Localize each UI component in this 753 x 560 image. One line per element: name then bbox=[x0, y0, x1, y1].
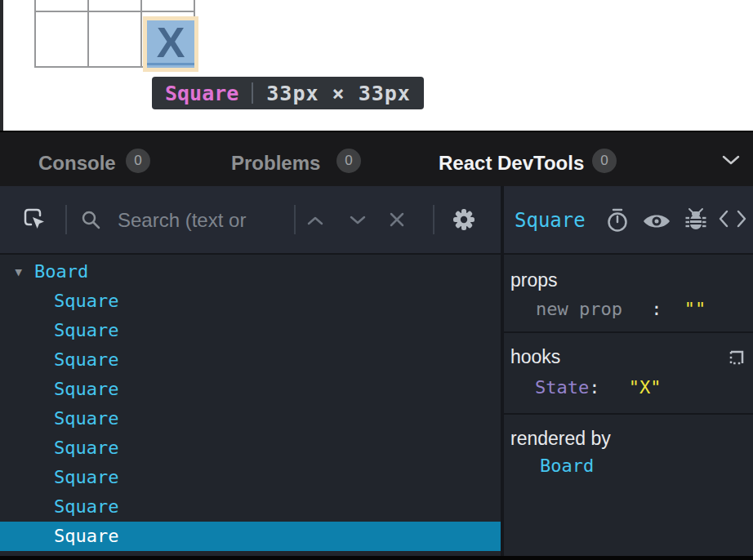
tree-row-label: Board bbox=[34, 261, 88, 282]
board-cell[interactable] bbox=[36, 0, 87, 11]
toolbar-divider bbox=[65, 205, 67, 234]
tab-problems[interactable]: Problems bbox=[231, 152, 320, 175]
board-cell[interactable] bbox=[142, 0, 194, 11]
section-divider bbox=[504, 413, 753, 415]
component-tree: ▾Board Square Square Square Square Squar… bbox=[0, 255, 501, 556]
rendered-by-section-title: rendered by bbox=[510, 428, 611, 450]
tree-row-square-selected[interactable]: Square bbox=[0, 522, 501, 551]
console-count-badge: 0 bbox=[126, 149, 150, 173]
new-prop-input[interactable]: new prop bbox=[536, 299, 622, 319]
problems-count-badge: 0 bbox=[336, 149, 361, 173]
tree-row-label: Square bbox=[54, 526, 118, 546]
tree-row-label: Square bbox=[54, 320, 118, 340]
clear-search-icon[interactable] bbox=[389, 211, 405, 228]
tree-row-board[interactable]: ▾Board bbox=[0, 257, 501, 287]
chevron-down-icon[interactable] bbox=[722, 155, 740, 166]
view-source-code-brackets-icon[interactable] bbox=[719, 210, 746, 228]
inspect-highlight-content: X bbox=[147, 20, 194, 68]
tab-react-devtools[interactable]: React DevTools bbox=[439, 152, 584, 175]
tree-row-label: Square bbox=[54, 379, 118, 399]
search-input[interactable] bbox=[118, 207, 289, 233]
expand-triangle-icon[interactable]: ▾ bbox=[13, 257, 34, 287]
board-cell-value: X bbox=[157, 21, 185, 64]
new-prop-value[interactable]: "" bbox=[684, 299, 706, 319]
next-result-chevron-down-icon[interactable] bbox=[350, 216, 366, 225]
tree-row-square[interactable]: Square bbox=[0, 404, 501, 433]
selected-component-name: Square bbox=[515, 209, 586, 232]
tree-row-label: Square bbox=[54, 408, 118, 429]
inspect-dom-eye-icon[interactable] bbox=[643, 211, 671, 231]
section-divider bbox=[504, 331, 753, 333]
state-hook-row: State: "X" bbox=[535, 377, 661, 398]
tree-row-square[interactable]: Square bbox=[0, 316, 501, 345]
tree-row-square[interactable]: Square bbox=[0, 433, 501, 463]
react-devtools-toolbar: Square bbox=[0, 186, 753, 253]
hooks-section-title: hooks bbox=[510, 346, 560, 368]
profiler-stopwatch-icon[interactable] bbox=[605, 207, 630, 233]
parse-hook-names-icon[interactable] bbox=[727, 348, 746, 367]
board-cell[interactable] bbox=[89, 12, 140, 66]
rendered-by-row: Board bbox=[540, 456, 594, 476]
inspect-baseline-indicator bbox=[147, 63, 194, 65]
tooltip-dimensions: 33px × 33px bbox=[266, 82, 411, 105]
tree-row-label: Square bbox=[54, 496, 118, 517]
props-section-title: props bbox=[510, 269, 558, 291]
toolbar-divider bbox=[433, 205, 434, 234]
tab-console[interactable]: Console bbox=[38, 152, 116, 175]
tree-row-label: Square bbox=[54, 349, 118, 370]
previous-result-chevron-up-icon[interactable] bbox=[307, 216, 323, 225]
prop-separator: : bbox=[651, 299, 662, 319]
select-element-icon[interactable] bbox=[22, 207, 48, 234]
tree-row-label: Square bbox=[54, 467, 118, 487]
tree-row-square[interactable]: Square bbox=[0, 345, 501, 375]
tooltip-component-name: Square bbox=[165, 82, 238, 105]
debug-bug-icon[interactable] bbox=[685, 207, 706, 233]
board-cell[interactable] bbox=[36, 12, 87, 66]
rendered-by-board-link[interactable]: Board bbox=[540, 456, 594, 476]
window-left-edge bbox=[0, 0, 3, 131]
tree-row-label: Square bbox=[54, 438, 118, 458]
tooltip-divider bbox=[252, 82, 253, 104]
toolbar-divider bbox=[294, 205, 296, 234]
settings-gear-icon[interactable] bbox=[450, 206, 478, 233]
inspect-highlight-overlay: X bbox=[143, 16, 198, 72]
board-cell[interactable] bbox=[89, 0, 140, 11]
new-prop-row: new prop : "" bbox=[536, 299, 706, 319]
tree-row-square[interactable]: Square bbox=[0, 375, 501, 404]
details-panel: props new prop : "" hooks State: "X" ren… bbox=[504, 255, 753, 556]
tree-row-square[interactable]: Square bbox=[0, 287, 501, 316]
state-hook-label: State bbox=[535, 377, 589, 398]
hook-separator: : bbox=[589, 377, 599, 398]
devtools-tabbar: Console 0 Problems 0 React DevTools 0 bbox=[0, 131, 753, 186]
devtools-screen: X Square 33px × 33px Console 0 Problems … bbox=[0, 0, 753, 560]
bottom-edge-bar bbox=[0, 556, 753, 560]
tree-row-square[interactable]: Square bbox=[0, 492, 501, 522]
inspect-tooltip: Square 33px × 33px bbox=[152, 77, 424, 109]
tree-row-label: Square bbox=[54, 291, 118, 311]
react-devtools-count-badge: 0 bbox=[592, 149, 617, 173]
page-preview: X Square 33px × 33px bbox=[0, 0, 753, 131]
tree-row-square[interactable]: Square bbox=[0, 463, 501, 492]
search-icon bbox=[80, 209, 101, 230]
state-hook-value[interactable]: "X" bbox=[629, 377, 662, 398]
